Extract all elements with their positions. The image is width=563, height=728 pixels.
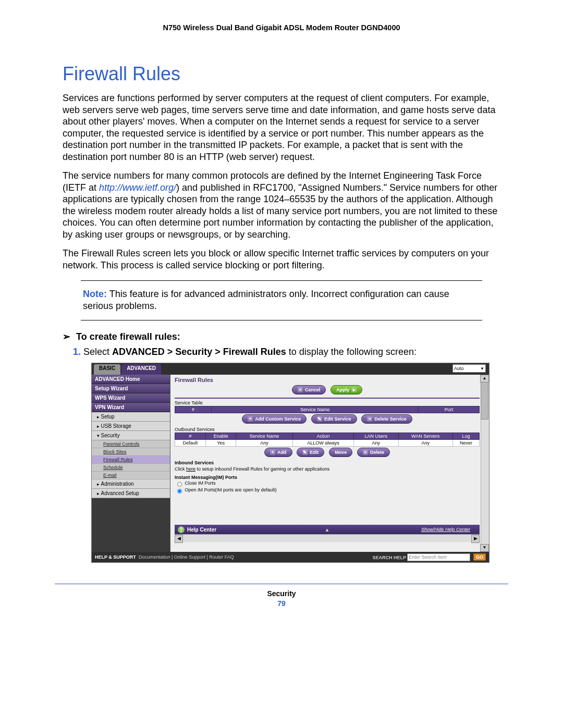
outbound-table: # Enable Service Name Action LAN Users W… [175, 433, 480, 447]
add-custom-label: Add Custom Service [255, 416, 301, 422]
sidebar-sub-firewall-rules[interactable]: Firewall Rules [92, 456, 170, 464]
sidebar-item-advanced-setup[interactable]: Advanced Setup [92, 489, 170, 498]
inbound-here-link[interactable]: here [186, 466, 195, 472]
sidebar-item-setup[interactable]: Setup [92, 412, 170, 422]
hscrollbar[interactable]: ◀ ▶ [175, 534, 480, 542]
cancel-button[interactable]: ×Cancel [292, 385, 326, 394]
router-faq-link[interactable]: Router FAQ [209, 554, 234, 560]
doc-link[interactable]: Documentation [139, 554, 170, 560]
task-arrow-icon: ➢ [63, 331, 70, 342]
scroll-right-icon[interactable]: ▶ [471, 535, 480, 543]
footer-section: Security [267, 589, 296, 598]
inbound-label: Inbound Services [175, 460, 480, 465]
auto-select[interactable]: Auto▼ [452, 364, 486, 373]
ob-col-action: Action [292, 433, 353, 440]
delete-label: Delete [370, 450, 384, 455]
add-button[interactable]: +Add [264, 448, 292, 457]
cell-any3: Any [398, 440, 452, 447]
paragraph-2: The service numbers for many common prot… [63, 170, 500, 240]
outbound-label: Outbound Services [175, 427, 480, 432]
x-icon: × [363, 450, 368, 455]
go-button[interactable]: GO [473, 553, 486, 561]
edit-service-label: Edit Service [324, 416, 351, 422]
im-close-option[interactable]: Close IM Ports [175, 480, 480, 487]
edit-service-button[interactable]: ✎Edit Service [311, 414, 357, 424]
note-text: This feature is for advanced administrat… [83, 289, 449, 311]
task-title: To create firewall rules: [76, 331, 180, 342]
content-title: Firewall Rules [175, 377, 480, 383]
radio-open-im[interactable] [177, 489, 182, 493]
expand-up-icon[interactable]: ▲ [325, 527, 330, 533]
service-table-label: Service Table [175, 400, 480, 405]
move-button[interactable]: Move [329, 448, 352, 457]
sidebar-item-vpn-wizard[interactable]: VPN Wizard [92, 403, 170, 412]
delete-service-button[interactable]: ×Delete Service [361, 414, 412, 424]
cell-any2: Any [354, 440, 399, 447]
sidebar-item-usb-storage[interactable]: USB Storage [92, 422, 170, 431]
step1-a: Select [83, 347, 112, 357]
ob-col-num: # [175, 433, 206, 440]
online-support-link[interactable]: Online Support [174, 554, 205, 560]
x-icon: × [367, 416, 372, 422]
content-pane: ▲ ▼ Firewall Rules ×Cancel Apply▸ Servic… [170, 375, 489, 552]
cell-never: Never [452, 440, 479, 447]
showhide-help-link[interactable]: Show/Hide Help Center [421, 527, 470, 532]
help-center-label: Help Center [187, 527, 216, 533]
delete-service-label: Delete Service [374, 416, 407, 422]
sidebar-sub-block-sites[interactable]: Block Sites [92, 448, 170, 456]
inbound-text: Click here to setup Inbound Firewall Rul… [175, 466, 480, 472]
cell-default: Default [175, 440, 206, 447]
step1-c: to display the following screen: [286, 347, 417, 357]
ietf-link[interactable]: http://www.ietf.org/ [99, 182, 176, 193]
chevron-down-icon: ▼ [480, 366, 484, 371]
cancel-label: Cancel [305, 387, 321, 392]
edit-button[interactable]: ✎Edit [297, 448, 324, 457]
col-service-name: Service Name [212, 406, 419, 413]
cell-any1: Any [236, 440, 292, 447]
scroll-up-icon[interactable]: ▲ [480, 375, 489, 382]
router-admin-screenshot: BASIC ADVANCED Auto▼ ADVANCED Home Setup… [91, 363, 489, 563]
pencil-icon: ✎ [302, 450, 308, 455]
col-num: # [175, 406, 212, 413]
close-icon: × [298, 387, 303, 392]
search-input[interactable]: Enter Search Item [407, 553, 470, 561]
sidebar-item-security[interactable]: Security [92, 431, 170, 440]
note-label: Note: [83, 289, 107, 299]
ob-col-log: Log [452, 433, 479, 440]
help-center-bar[interactable]: ? Help Center ▲ Show/Hide Help Center [175, 525, 480, 534]
sidebar-item-setup-wizard[interactable]: Setup Wizard [92, 384, 170, 393]
scroll-left-icon[interactable]: ◀ [175, 535, 183, 543]
apply-button[interactable]: Apply▸ [331, 385, 362, 394]
add-label: Add [277, 450, 287, 455]
task-heading: ➢ To create firewall rules: [63, 331, 500, 342]
scroll-thumb[interactable] [481, 382, 488, 419]
sidebar-sub-parental-controls[interactable]: Parental Controls [92, 440, 170, 448]
step1-b: ADVANCED > Security > Firewall Rules [112, 347, 286, 357]
delete-button[interactable]: ×Delete [357, 448, 390, 457]
sidebar-item-advanced-home[interactable]: ADVANCED Home [92, 375, 170, 384]
auto-label: Auto [454, 366, 464, 371]
im-open-option[interactable]: Open IM Ports(IM ports are open by defau… [175, 487, 480, 493]
footer-bar: HELP & SUPPORT Documentation | Online Su… [92, 552, 489, 562]
edit-label: Edit [310, 450, 319, 455]
ob-col-service: Service Name [236, 433, 292, 440]
vscrollbar[interactable]: ▲ ▼ [481, 375, 489, 552]
scroll-down-icon[interactable]: ▼ [480, 544, 489, 552]
doc-header: N750 Wireless Dual Band Gigabit ADSL Mod… [63, 23, 500, 32]
inbound-b: to setup Inbound Firewall Rules for gami… [195, 466, 329, 472]
note-block: Note: This feature is for advanced admin… [81, 280, 482, 320]
help-icon: ? [178, 526, 185, 533]
add-custom-service-button[interactable]: +Add Custom Service [242, 414, 307, 424]
sidebar-sub-email[interactable]: E-mail [92, 472, 170, 479]
plus-icon: + [270, 450, 275, 455]
sidebar-item-administration[interactable]: Administration [92, 479, 170, 489]
im-open-label: Open IM Ports(IM ports are open by defau… [185, 487, 277, 492]
plus-icon: + [248, 416, 253, 422]
sidebar-sub-schedule[interactable]: Schedule [92, 464, 170, 472]
radio-close-im[interactable] [177, 482, 182, 487]
im-close-label: Close IM Ports [185, 480, 216, 486]
sidebar-item-wps-wizard[interactable]: WPS Wizard [92, 393, 170, 403]
table-row[interactable]: Default Yes Any ALLOW always Any Any Nev… [175, 440, 480, 447]
tab-basic[interactable]: BASIC [94, 364, 120, 375]
tab-advanced[interactable]: ADVANCED [121, 364, 161, 375]
